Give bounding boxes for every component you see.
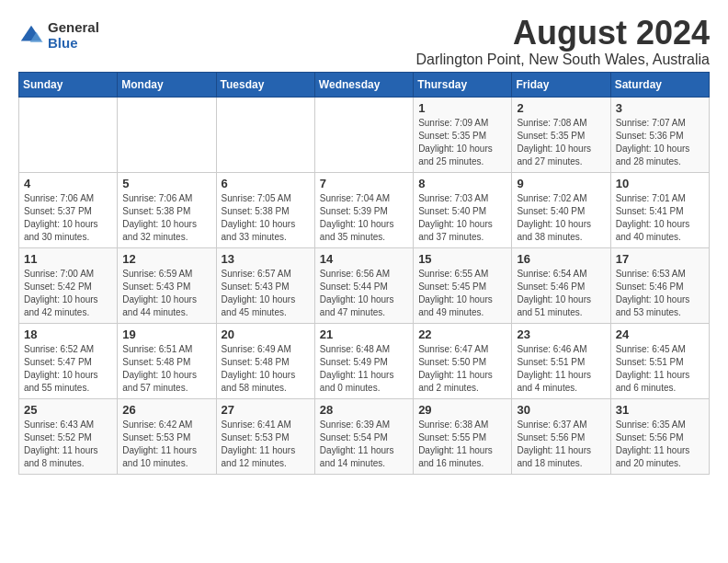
day-number: 13: [222, 252, 310, 266]
day-number: 5: [122, 177, 210, 190]
week-row-2: 4Sunrise: 7:06 AM Sunset: 5:37 PM Daylig…: [19, 172, 710, 247]
day-cell: 22Sunrise: 6:47 AM Sunset: 5:50 PM Dayli…: [414, 323, 512, 398]
day-cell: 11Sunrise: 7:00 AM Sunset: 5:42 PM Dayli…: [19, 247, 118, 323]
day-cell: 15Sunrise: 6:55 AM Sunset: 5:45 PM Dayli…: [414, 247, 512, 323]
day-number: 22: [418, 327, 506, 341]
logo: General Blue: [18, 20, 99, 51]
day-cell: 18Sunrise: 6:52 AM Sunset: 5:47 PM Dayli…: [19, 323, 118, 398]
day-cell: 26Sunrise: 6:42 AM Sunset: 5:53 PM Dayli…: [118, 398, 216, 474]
day-cell: 20Sunrise: 6:49 AM Sunset: 5:48 PM Dayli…: [216, 323, 314, 398]
day-number: 1: [418, 101, 506, 115]
header: General Blue August 2024 Darlington Poin…: [18, 15, 710, 68]
logo-icon: [18, 23, 44, 49]
day-detail: Sunrise: 6:47 AM Sunset: 5:50 PM Dayligh…: [418, 343, 506, 395]
day-detail: Sunrise: 6:41 AM Sunset: 5:53 PM Dayligh…: [222, 419, 310, 470]
day-number: 4: [24, 177, 112, 190]
logo-general: General: [48, 20, 99, 36]
day-cell: 5Sunrise: 7:06 AM Sunset: 5:38 PM Daylig…: [118, 172, 216, 247]
day-cell: 14Sunrise: 6:56 AM Sunset: 5:44 PM Dayli…: [314, 247, 413, 323]
day-detail: Sunrise: 6:49 AM Sunset: 5:48 PM Dayligh…: [222, 343, 310, 395]
day-number: 3: [616, 101, 704, 115]
logo-text: General Blue: [48, 20, 99, 51]
day-detail: Sunrise: 6:38 AM Sunset: 5:55 PM Dayligh…: [418, 419, 506, 470]
day-detail: Sunrise: 6:56 AM Sunset: 5:44 PM Dayligh…: [320, 268, 408, 319]
week-row-1: 1Sunrise: 7:09 AM Sunset: 5:35 PM Daylig…: [19, 97, 710, 172]
header-cell-sunday: Sunday: [19, 72, 118, 97]
title-area: August 2024 Darlington Point, New South …: [415, 15, 710, 68]
day-number: 28: [320, 403, 408, 417]
day-detail: Sunrise: 7:06 AM Sunset: 5:37 PM Dayligh…: [24, 192, 112, 244]
day-cell: 10Sunrise: 7:01 AM Sunset: 5:41 PM Dayli…: [610, 172, 709, 247]
day-cell: 31Sunrise: 6:35 AM Sunset: 5:56 PM Dayli…: [610, 398, 709, 474]
day-detail: Sunrise: 6:52 AM Sunset: 5:47 PM Dayligh…: [24, 343, 112, 395]
day-cell: 25Sunrise: 6:43 AM Sunset: 5:52 PM Dayli…: [19, 398, 118, 474]
day-cell: 28Sunrise: 6:39 AM Sunset: 5:54 PM Dayli…: [314, 398, 413, 474]
day-cell: 24Sunrise: 6:45 AM Sunset: 5:51 PM Dayli…: [610, 323, 709, 398]
day-detail: Sunrise: 7:06 AM Sunset: 5:38 PM Dayligh…: [122, 192, 210, 244]
day-cell: 2Sunrise: 7:08 AM Sunset: 5:35 PM Daylig…: [512, 97, 610, 172]
day-number: 12: [122, 252, 210, 266]
day-detail: Sunrise: 6:53 AM Sunset: 5:46 PM Dayligh…: [616, 268, 704, 319]
day-cell: 9Sunrise: 7:02 AM Sunset: 5:40 PM Daylig…: [512, 172, 610, 247]
day-number: 20: [222, 327, 310, 341]
day-cell: 17Sunrise: 6:53 AM Sunset: 5:46 PM Dayli…: [610, 247, 709, 323]
day-number: 9: [517, 177, 605, 190]
header-cell-friday: Friday: [512, 72, 610, 97]
day-detail: Sunrise: 6:46 AM Sunset: 5:51 PM Dayligh…: [517, 343, 605, 395]
day-cell: 3Sunrise: 7:07 AM Sunset: 5:36 PM Daylig…: [610, 97, 709, 172]
day-detail: Sunrise: 6:42 AM Sunset: 5:53 PM Dayligh…: [122, 419, 210, 470]
day-detail: Sunrise: 6:45 AM Sunset: 5:51 PM Dayligh…: [616, 343, 704, 395]
day-number: 2: [517, 101, 605, 115]
day-number: 29: [418, 403, 506, 417]
day-cell: [19, 97, 118, 172]
day-detail: Sunrise: 6:39 AM Sunset: 5:54 PM Dayligh…: [320, 419, 408, 470]
week-row-3: 11Sunrise: 7:00 AM Sunset: 5:42 PM Dayli…: [19, 247, 710, 323]
day-cell: 13Sunrise: 6:57 AM Sunset: 5:43 PM Dayli…: [216, 247, 314, 323]
day-number: 16: [517, 252, 605, 266]
day-number: 14: [320, 252, 408, 266]
header-cell-thursday: Thursday: [414, 72, 512, 97]
day-detail: Sunrise: 6:59 AM Sunset: 5:43 PM Dayligh…: [122, 268, 210, 319]
day-number: 10: [616, 177, 704, 190]
day-number: 18: [24, 327, 112, 341]
day-cell: 6Sunrise: 7:05 AM Sunset: 5:38 PM Daylig…: [216, 172, 314, 247]
day-detail: Sunrise: 7:04 AM Sunset: 5:39 PM Dayligh…: [320, 192, 408, 244]
day-cell: 8Sunrise: 7:03 AM Sunset: 5:40 PM Daylig…: [414, 172, 512, 247]
day-cell: 27Sunrise: 6:41 AM Sunset: 5:53 PM Dayli…: [216, 398, 314, 474]
day-number: 17: [616, 252, 704, 266]
day-cell: 23Sunrise: 6:46 AM Sunset: 5:51 PM Dayli…: [512, 323, 610, 398]
calendar-header: SundayMondayTuesdayWednesdayThursdayFrid…: [19, 72, 710, 97]
day-cell: 4Sunrise: 7:06 AM Sunset: 5:37 PM Daylig…: [19, 172, 118, 247]
day-cell: [216, 97, 314, 172]
main-title: August 2024: [415, 15, 710, 52]
day-cell: 30Sunrise: 6:37 AM Sunset: 5:56 PM Dayli…: [512, 398, 610, 474]
calendar-table: SundayMondayTuesdayWednesdayThursdayFrid…: [18, 72, 710, 475]
logo-blue: Blue: [48, 36, 99, 52]
day-detail: Sunrise: 7:00 AM Sunset: 5:42 PM Dayligh…: [24, 268, 112, 319]
day-number: 30: [517, 403, 605, 417]
day-number: 27: [222, 403, 310, 417]
week-row-5: 25Sunrise: 6:43 AM Sunset: 5:52 PM Dayli…: [19, 398, 710, 474]
day-number: 26: [122, 403, 210, 417]
day-number: 19: [122, 327, 210, 341]
calendar-body: 1Sunrise: 7:09 AM Sunset: 5:35 PM Daylig…: [19, 97, 710, 474]
day-detail: Sunrise: 6:55 AM Sunset: 5:45 PM Dayligh…: [418, 268, 506, 319]
day-cell: 21Sunrise: 6:48 AM Sunset: 5:49 PM Dayli…: [314, 323, 413, 398]
day-number: 21: [320, 327, 408, 341]
day-number: 15: [418, 252, 506, 266]
day-number: 7: [320, 177, 408, 190]
day-detail: Sunrise: 7:09 AM Sunset: 5:35 PM Dayligh…: [418, 117, 506, 168]
day-detail: Sunrise: 7:01 AM Sunset: 5:41 PM Dayligh…: [616, 192, 704, 244]
day-number: 8: [418, 177, 506, 190]
day-detail: Sunrise: 6:43 AM Sunset: 5:52 PM Dayligh…: [24, 419, 112, 470]
day-cell: 12Sunrise: 6:59 AM Sunset: 5:43 PM Dayli…: [118, 247, 216, 323]
day-detail: Sunrise: 7:07 AM Sunset: 5:36 PM Dayligh…: [616, 117, 704, 168]
subtitle: Darlington Point, New South Wales, Austr…: [415, 52, 710, 68]
header-row: SundayMondayTuesdayWednesdayThursdayFrid…: [19, 72, 710, 97]
day-detail: Sunrise: 7:05 AM Sunset: 5:38 PM Dayligh…: [222, 192, 310, 244]
day-number: 25: [24, 403, 112, 417]
day-cell: [118, 97, 216, 172]
week-row-4: 18Sunrise: 6:52 AM Sunset: 5:47 PM Dayli…: [19, 323, 710, 398]
day-cell: 1Sunrise: 7:09 AM Sunset: 5:35 PM Daylig…: [414, 97, 512, 172]
day-detail: Sunrise: 6:51 AM Sunset: 5:48 PM Dayligh…: [122, 343, 210, 395]
